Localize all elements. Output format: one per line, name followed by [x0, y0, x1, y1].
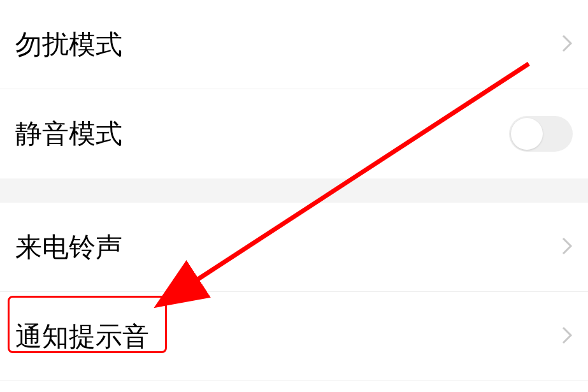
silent-mode-label: 静音模式: [15, 116, 122, 152]
silent-mode-toggle[interactable]: [509, 116, 573, 152]
chevron-right-icon: [561, 326, 573, 347]
chevron-right-icon: [561, 236, 573, 258]
do-not-disturb-label: 勿扰模式: [15, 27, 122, 62]
section-divider: [0, 178, 588, 203]
notification-sound-label: 通知提示音: [15, 319, 149, 354]
ringtone-item[interactable]: 来电铃声: [0, 203, 588, 292]
silent-mode-item[interactable]: 静音模式: [0, 89, 588, 178]
do-not-disturb-item[interactable]: 勿扰模式: [0, 0, 588, 89]
notification-sound-item[interactable]: 通知提示音: [0, 292, 588, 381]
toggle-knob: [511, 118, 543, 150]
chevron-right-icon: [561, 34, 573, 55]
ringtone-label: 来电铃声: [15, 229, 122, 265]
